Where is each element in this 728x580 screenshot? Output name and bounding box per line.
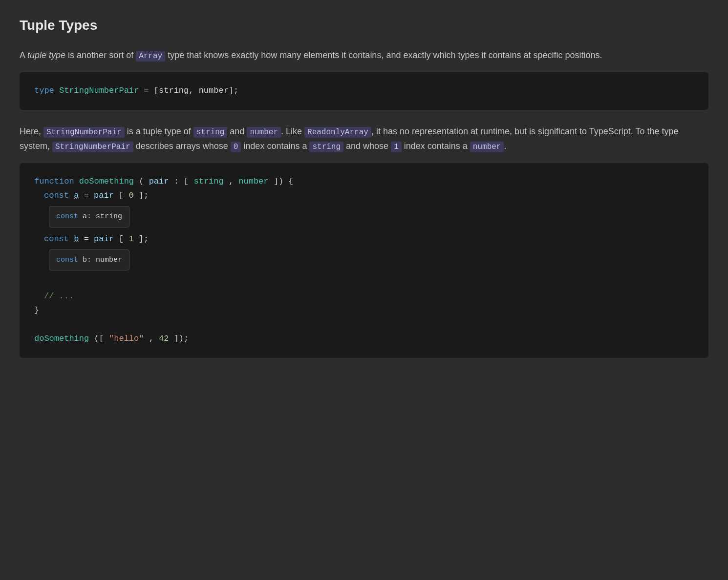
desc-part1: Here, xyxy=(20,126,43,136)
code2-closing-brace: } xyxy=(34,304,694,318)
code2-line2: const a = pair [ 0 ]; xyxy=(34,189,694,203)
desc-str2: string xyxy=(309,142,343,152)
kw-type: type xyxy=(34,86,54,95)
tooltip-a-text: a: string xyxy=(83,212,122,221)
desc-snp1: StringNumberPair xyxy=(43,127,125,138)
intro-before-italic: A xyxy=(20,50,27,60)
type-string: string xyxy=(193,177,223,186)
desc-part7: index contains a xyxy=(241,141,309,151)
param-pair: pair xyxy=(149,177,169,186)
code2-blank2 xyxy=(34,318,694,332)
fn-dosomething: doSomething xyxy=(79,177,134,186)
desc-roa: ReadonlyArray xyxy=(304,127,371,138)
arg-hello: "hello" xyxy=(109,334,144,343)
tooltip-b: const b: number xyxy=(49,249,129,271)
code2-blank xyxy=(34,275,694,290)
code1-rest: = [string, number]; xyxy=(144,86,238,95)
tooltip-a: const a: string xyxy=(49,206,129,228)
desc-part9: index contains a xyxy=(402,141,470,151)
code-block-2: function doSomething ( pair : [ string ,… xyxy=(20,163,708,357)
code1-line1: type StringNumberPair = [string, number]… xyxy=(34,84,694,98)
kw-function: function xyxy=(34,177,74,186)
call-dosomething: doSomething xyxy=(34,334,89,343)
desc-part6: describes arrays whose xyxy=(133,141,231,151)
desc-part2: is a tuple type of xyxy=(125,126,193,136)
description-paragraph: Here, StringNumberPair is a tuple type o… xyxy=(20,124,708,153)
var-b: b xyxy=(74,234,79,244)
code2-line1: function doSomething ( pair : [ string ,… xyxy=(34,175,694,189)
tooltip-b-text: b: number xyxy=(83,256,122,264)
arg-42: 42 xyxy=(159,334,169,343)
type-stringnumberpair: StringNumberPair xyxy=(59,86,139,95)
code2-comment: // ... xyxy=(34,290,694,304)
code-block-1: type StringNumberPair = [string, number]… xyxy=(20,72,708,110)
code2-line3: const b = pair [ 1 ]; xyxy=(34,232,694,247)
intro-italic: tuple type xyxy=(27,50,65,60)
desc-part8: and whose xyxy=(343,141,391,151)
desc-num2: number xyxy=(470,142,504,152)
intro-after-array: type that knows exactly how many element… xyxy=(165,50,602,60)
desc-num: number xyxy=(247,127,281,138)
desc-zero: 0 xyxy=(231,142,241,152)
desc-part3: and xyxy=(227,126,247,136)
intro-after-italic: is another sort of xyxy=(65,50,136,60)
type-number: number xyxy=(238,177,268,186)
desc-str: string xyxy=(193,127,228,138)
var-a: a xyxy=(74,191,79,200)
desc-one: 1 xyxy=(391,142,402,152)
desc-part4: . Like xyxy=(281,126,304,136)
desc-snp2: StringNumberPair xyxy=(52,142,133,152)
page-title: Tuple Types xyxy=(20,15,708,37)
intro-paragraph: A tuple type is another sort of Array ty… xyxy=(20,48,708,63)
desc-part10: . xyxy=(504,141,506,151)
code2-call: doSomething ([ "hello" , 42 ]); xyxy=(34,332,694,346)
array-inline-code: Array xyxy=(136,51,165,62)
